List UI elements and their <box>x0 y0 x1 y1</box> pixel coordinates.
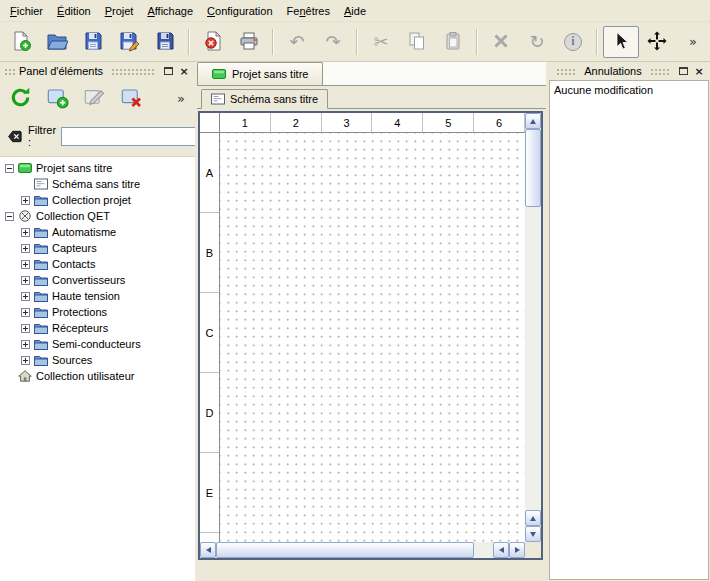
menu-aide[interactable]: Aide <box>337 2 373 20</box>
float-window-icon <box>679 67 688 75</box>
expander-plus-icon[interactable] <box>21 324 30 333</box>
elements-tree[interactable]: Projet sans titre Schéma sans titre Coll… <box>0 156 195 581</box>
copy-button[interactable] <box>399 26 435 58</box>
tree-item-automatisme[interactable]: Automatisme <box>0 224 195 240</box>
elements-panel-title: Panel d'éléments <box>16 65 106 77</box>
tree-item-contacts[interactable]: Contacts <box>0 256 195 272</box>
scroll-right-button[interactable] <box>509 542 525 558</box>
menu-affichage[interactable]: Affichage <box>140 2 200 20</box>
elements-panel-titlebar[interactable]: Panel d'éléments × <box>0 62 195 80</box>
menu-fichier[interactable]: Fichier <box>3 2 50 20</box>
toolbar-separator <box>596 29 598 55</box>
vertical-scrollbar-track[interactable] <box>525 207 541 510</box>
expander-minus-icon[interactable] <box>5 164 14 173</box>
tree-item-semi-conducteurs[interactable]: Semi-conducteurs <box>0 336 195 352</box>
column-ruler: 1 2 3 4 5 6 <box>200 113 525 133</box>
filter-input[interactable] <box>61 127 211 146</box>
left-dock-float-button[interactable] <box>160 64 176 78</box>
panel-overflow-button[interactable]: » <box>177 91 190 106</box>
project-icon <box>18 162 32 174</box>
pan-mode-button[interactable] <box>639 26 675 58</box>
filter-label: Filtrer : <box>28 124 56 148</box>
expander-plus-icon[interactable] <box>21 276 30 285</box>
tree-item-label: Haute tension <box>52 290 120 302</box>
expander-plus-icon[interactable] <box>21 228 30 237</box>
expander-plus-icon[interactable] <box>21 340 30 349</box>
undo-empty-message: Aucune modification <box>554 84 704 96</box>
scroll-left-button-right[interactable] <box>493 542 509 558</box>
vertical-scrollbar[interactable] <box>525 113 541 542</box>
toolbar-separator <box>356 29 358 55</box>
undo-history-list[interactable]: Aucune modification <box>549 80 709 580</box>
expander-plus-icon[interactable] <box>21 244 30 253</box>
tree-item-label: Sources <box>52 354 92 366</box>
save-as-button[interactable] <box>111 26 147 58</box>
tree-item-label: Protections <box>52 306 107 318</box>
horizontal-scrollbar-thumb[interactable] <box>216 542 474 558</box>
tree-item-sources[interactable]: Sources <box>0 352 195 368</box>
schema-canvas[interactable] <box>220 133 525 542</box>
tree-item-project[interactable]: Projet sans titre <box>0 160 195 176</box>
right-dock-close-button[interactable]: × <box>691 64 707 78</box>
clear-filter-button[interactable] <box>7 129 23 144</box>
expander-plus-icon[interactable] <box>21 196 30 205</box>
open-document-button[interactable] <box>39 26 75 58</box>
left-dock-close-button[interactable]: × <box>176 64 192 78</box>
expander-plus-icon[interactable] <box>21 292 30 301</box>
close-document-button[interactable] <box>195 26 231 58</box>
project-tab[interactable]: Projet sans titre <box>197 62 323 85</box>
horizontal-scrollbar-track[interactable] <box>474 542 493 558</box>
scroll-left-button[interactable] <box>200 542 216 558</box>
rotate-button[interactable]: ↻ <box>519 26 555 58</box>
new-element-button[interactable] <box>42 83 72 113</box>
scroll-up-button[interactable] <box>525 113 541 129</box>
menu-configuration[interactable]: Configuration <box>200 2 279 20</box>
schema-tab-bar: Schéma sans titre <box>197 86 546 109</box>
tree-item-collection-qet[interactable]: Collection QET <box>0 208 195 224</box>
expander-plus-icon[interactable] <box>21 356 30 365</box>
undo-dock: Annulations × Aucune modification <box>548 62 710 581</box>
vertical-scrollbar-thumb[interactable] <box>525 129 541 207</box>
menu-projet[interactable]: Projet <box>98 2 141 20</box>
tree-item-collection-projet[interactable]: Collection projet <box>0 192 195 208</box>
scroll-up-button-bottom[interactable] <box>525 510 541 526</box>
tree-item-protections[interactable]: Protections <box>0 304 195 320</box>
tree-item-schema[interactable]: Schéma sans titre <box>0 176 195 192</box>
tree-item-haute-tension[interactable]: Haute tension <box>0 288 195 304</box>
delete-button[interactable] <box>483 26 519 58</box>
schema-tab[interactable]: Schéma sans titre <box>201 89 328 109</box>
expander-plus-icon[interactable] <box>21 308 30 317</box>
row-ruler: A B C D E <box>200 133 220 542</box>
element-info-button[interactable]: i <box>555 26 591 58</box>
horizontal-scrollbar[interactable] <box>200 542 525 558</box>
expander-minus-icon[interactable] <box>5 212 14 221</box>
refresh-collections-button[interactable] <box>5 83 35 113</box>
undo-dock-titlebar[interactable]: Annulations × <box>548 62 710 80</box>
menu-fenetres[interactable]: Fenêtres <box>280 2 337 20</box>
elements-panel-dock: Panel d'éléments × » Filtrer : Projet sa… <box>0 62 195 581</box>
home-icon <box>18 370 32 382</box>
selection-mode-button[interactable] <box>603 26 639 58</box>
paste-button[interactable] <box>435 26 471 58</box>
folder-icon <box>34 194 48 206</box>
toolbar-overflow-button[interactable]: » <box>675 26 710 58</box>
tree-item-recepteurs[interactable]: Récepteurs <box>0 320 195 336</box>
delete-element-button[interactable] <box>116 83 146 113</box>
expander-plus-icon[interactable] <box>21 260 30 269</box>
tree-item-convertisseurs[interactable]: Convertisseurs <box>0 272 195 288</box>
cut-button[interactable]: ✂ <box>363 26 399 58</box>
right-dock-float-button[interactable] <box>675 64 691 78</box>
tree-item-label: Schéma sans titre <box>52 178 140 190</box>
save-all-button[interactable] <box>147 26 183 58</box>
undo-button[interactable]: ↶ <box>279 26 315 58</box>
print-button[interactable] <box>231 26 267 58</box>
scroll-down-button[interactable] <box>525 526 541 542</box>
tree-item-capteurs[interactable]: Capteurs <box>0 240 195 256</box>
tree-item-collection-utilisateur[interactable]: Collection utilisateur <box>0 368 195 384</box>
edit-element-button[interactable] <box>79 83 109 113</box>
folder-icon <box>34 290 48 302</box>
save-button[interactable] <box>75 26 111 58</box>
menu-edition[interactable]: Édition <box>50 2 98 20</box>
new-document-button[interactable] <box>3 26 39 58</box>
redo-button[interactable]: ↷ <box>315 26 351 58</box>
